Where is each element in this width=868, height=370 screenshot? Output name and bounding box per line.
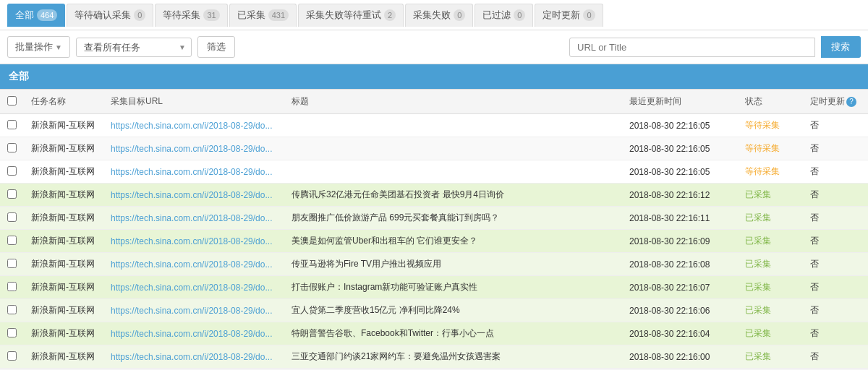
row-name: 新浪新闻-互联网 — [24, 137, 103, 160]
row-timer: 否 — [803, 184, 868, 207]
select-all-checkbox[interactable] — [7, 96, 17, 106]
section-title: 全部 — [9, 70, 29, 82]
row-url-link[interactable]: https://tech.sina.com.cn/i/2018-08-29/do… — [111, 283, 272, 293]
row-status: 已采集 — [738, 322, 803, 345]
tab-collected[interactable]: 已采集431 — [229, 4, 297, 27]
row-checkbox-cell — [0, 230, 24, 253]
tab-failed_retry[interactable]: 采集失败等待重试2 — [298, 4, 404, 27]
row-title: 打击假账户：Instagram新功能可验证账户真实性 — [284, 276, 622, 299]
search-button[interactable]: 搜索 — [821, 36, 861, 58]
tab-label: 已过滤 — [482, 9, 511, 22]
batch-action-button[interactable]: 批量操作 ▼ — [7, 36, 70, 58]
section-header: 全部 — [0, 64, 868, 89]
row-status: 等待采集 — [738, 114, 803, 137]
row-title: 朋友圈推广低价旅游产品 699元买套餐真能订到房吗？ — [284, 207, 622, 230]
row-name: 新浪新闻-互联网 — [24, 230, 103, 253]
row-url-link[interactable]: https://tech.sina.com.cn/i/2018-08-29/do… — [111, 167, 272, 177]
row-url-link[interactable]: https://tech.sina.com.cn/i/2018-08-29/do… — [111, 329, 272, 339]
table-row: 新浪新闻-互联网 https://tech.sina.com.cn/i/2018… — [0, 137, 868, 160]
row-time: 2018-08-30 22:16:05 — [622, 160, 738, 184]
table-row: 新浪新闻-互联网 https://tech.sina.com.cn/i/2018… — [0, 345, 868, 369]
row-checkbox[interactable] — [7, 166, 17, 176]
row-name: 新浪新闻-互联网 — [24, 160, 103, 184]
row-checkbox-cell — [0, 322, 24, 345]
tab-pending_confirm[interactable]: 等待确认采集0 — [67, 4, 153, 27]
row-url-link[interactable]: https://tech.sina.com.cn/i/2018-08-29/do… — [111, 259, 272, 270]
row-status: 已采集 — [738, 276, 803, 299]
row-status: 等待采集 — [738, 160, 803, 184]
row-url-link[interactable]: https://tech.sina.com.cn/i/2018-08-29/do… — [111, 190, 272, 200]
row-checkbox-cell — [0, 184, 24, 207]
tab-label: 全部 — [15, 9, 34, 22]
tab-label: 采集失败等待重试 — [306, 9, 381, 22]
row-status: 等待采集 — [738, 137, 803, 160]
row-time: 2018-08-30 22:16:12 — [622, 184, 738, 207]
row-checkbox[interactable] — [7, 305, 17, 314]
row-status: 已采集 — [738, 345, 803, 369]
row-name: 新浪新闻-互联网 — [24, 299, 103, 322]
th-name: 任务名称 — [24, 90, 103, 114]
search-input[interactable] — [569, 38, 815, 57]
row-timer: 否 — [803, 276, 868, 299]
row-timer: 否 — [803, 137, 868, 160]
row-url-link[interactable]: https://tech.sina.com.cn/i/2018-08-29/do… — [111, 352, 272, 362]
row-checkbox[interactable] — [7, 282, 17, 291]
tab-badge: 0 — [514, 9, 525, 21]
timer-help-icon[interactable]: ? — [846, 97, 856, 107]
row-status: 已采集 — [738, 253, 803, 276]
row-url: https://tech.sina.com.cn/i/2018-08-29/do… — [103, 160, 284, 184]
table-header: 任务名称 采集目标URL 标题 最近更新时间 状态 定时更新? — [0, 90, 868, 114]
row-checkbox[interactable] — [7, 212, 17, 222]
tab-badge: 0 — [583, 9, 595, 21]
row-url: https://tech.sina.com.cn/i/2018-08-29/do… — [103, 253, 284, 276]
table-row: 新浪新闻-互联网 https://tech.sina.com.cn/i/2018… — [0, 207, 868, 230]
row-time: 2018-08-30 22:16:07 — [622, 276, 738, 299]
tab-failed[interactable]: 采集失败0 — [405, 4, 473, 27]
tab-pending[interactable]: 等待采集31 — [155, 4, 227, 27]
task-select[interactable]: 查看所有任务 — [76, 38, 192, 57]
tab-badge: 0 — [134, 9, 145, 21]
row-url-link[interactable]: https://tech.sina.com.cn/i/2018-08-29/do… — [111, 121, 272, 131]
row-time: 2018-08-30 22:16:05 — [622, 137, 738, 160]
row-name: 新浪新闻-互联网 — [24, 253, 103, 276]
row-title: 三亚交通部门约谈21家网约车：要避免温州女孩遇害案 — [284, 345, 622, 369]
tab-label: 定时更新 — [542, 9, 580, 22]
row-url-link[interactable]: https://tech.sina.com.cn/i/2018-08-29/do… — [111, 306, 272, 316]
row-checkbox-cell — [0, 345, 24, 369]
tab-scheduled[interactable]: 定时更新0 — [535, 4, 603, 27]
data-table: 任务名称 采集目标URL 标题 最近更新时间 状态 定时更新? 新浪新闻-互联网… — [0, 89, 868, 369]
row-url-link[interactable]: https://tech.sina.com.cn/i/2018-08-29/do… — [111, 236, 272, 246]
row-checkbox[interactable] — [7, 328, 17, 337]
row-title: 美澳是如何监管Uber和出租车的 它们谁更安全？ — [284, 230, 622, 253]
row-checkbox[interactable] — [7, 351, 17, 361]
row-time: 2018-08-30 22:16:08 — [622, 253, 738, 276]
filter-button[interactable]: 筛选 — [197, 36, 235, 58]
row-checkbox[interactable] — [7, 236, 17, 245]
row-checkbox[interactable] — [7, 189, 17, 199]
row-checkbox-cell — [0, 207, 24, 230]
row-timer: 否 — [803, 345, 868, 369]
row-checkbox[interactable] — [7, 143, 17, 152]
row-timer: 否 — [803, 114, 868, 137]
row-checkbox-cell — [0, 253, 24, 276]
tab-badge: 2 — [384, 9, 396, 21]
row-status: 已采集 — [738, 230, 803, 253]
th-time: 最近更新时间 — [622, 90, 738, 114]
th-status: 状态 — [738, 90, 803, 114]
row-url: https://tech.sina.com.cn/i/2018-08-29/do… — [103, 276, 284, 299]
tab-all[interactable]: 全部464 — [7, 4, 65, 27]
row-checkbox[interactable] — [7, 259, 17, 268]
table-row: 新浪新闻-互联网 https://tech.sina.com.cn/i/2018… — [0, 322, 868, 345]
batch-arrow-icon: ▼ — [55, 43, 62, 51]
row-checkbox[interactable] — [7, 120, 17, 129]
tab-filtered[interactable]: 已过滤0 — [475, 4, 533, 27]
row-title — [284, 137, 622, 160]
tab-bar: 全部464等待确认采集0等待采集31已采集431采集失败等待重试2采集失败0已过… — [0, 0, 868, 30]
row-time: 2018-08-30 22:16:00 — [622, 345, 738, 369]
row-url-link[interactable]: https://tech.sina.com.cn/i/2018-08-29/do… — [111, 144, 272, 154]
row-url-link[interactable]: https://tech.sina.com.cn/i/2018-08-29/do… — [111, 213, 272, 223]
row-title — [284, 160, 622, 184]
row-timer: 否 — [803, 160, 868, 184]
tab-label: 已采集 — [237, 9, 265, 22]
row-time: 2018-08-30 22:16:05 — [622, 114, 738, 137]
